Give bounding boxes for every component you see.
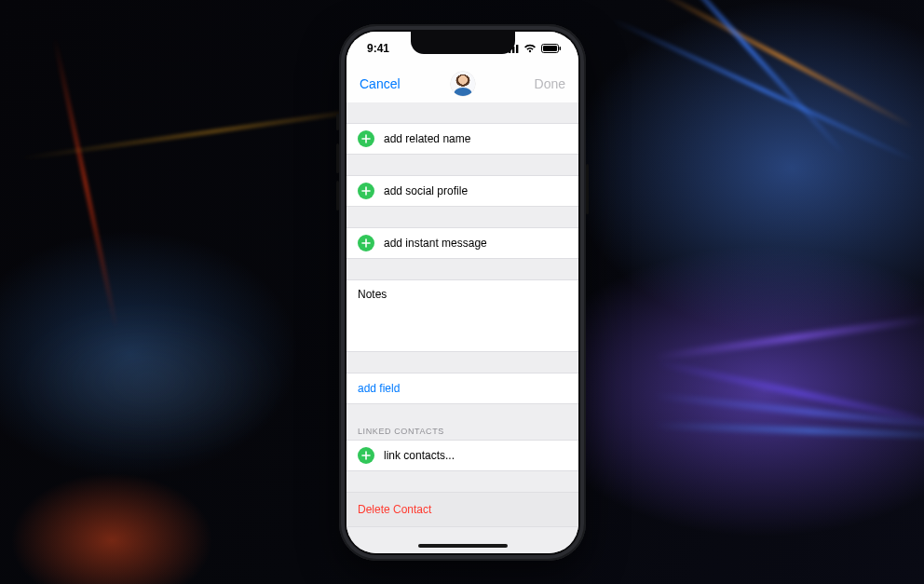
row-label: add field	[358, 382, 400, 395]
row-label: link contacts...	[384, 449, 455, 462]
light-glow	[9, 307, 289, 456]
wifi-icon	[523, 44, 537, 53]
done-button[interactable]: Done	[535, 76, 565, 91]
add-social-profile-row[interactable]: add social profile	[346, 175, 578, 207]
home-indicator[interactable]	[418, 544, 508, 548]
plus-icon	[358, 447, 374, 464]
phone-screen: 9:41 Cancel Done	[346, 32, 578, 553]
contact-avatar[interactable]	[451, 72, 475, 96]
light-streak	[611, 18, 917, 163]
mute-switch	[336, 114, 339, 130]
row-label: Delete Contact	[358, 503, 431, 516]
link-contacts-row[interactable]: link contacts...	[346, 440, 578, 471]
linked-contacts-header: LINKED CONTACTS	[346, 421, 578, 440]
plus-icon	[358, 183, 374, 199]
add-instant-message-row[interactable]: add instant message	[346, 227, 578, 259]
plus-icon	[358, 130, 374, 147]
light-streak	[650, 0, 915, 129]
nav-bar: Cancel Done	[346, 65, 578, 102]
stage-background: 9:41 Cancel Done	[0, 0, 924, 584]
svg-rect-3	[516, 45, 518, 53]
battery-icon	[541, 44, 562, 53]
add-related-name-row[interactable]: add related name	[346, 123, 578, 155]
svg-rect-5	[543, 46, 557, 51]
light-streak	[53, 37, 117, 330]
notes-field[interactable]: Notes	[346, 279, 578, 352]
notch	[411, 32, 515, 54]
light-streak	[653, 316, 924, 360]
content-scroll[interactable]: add related name add social profile	[346, 102, 578, 553]
svg-rect-6	[560, 47, 562, 50]
status-time: 9:41	[367, 42, 389, 55]
volume-down-button	[336, 181, 339, 211]
add-field-row[interactable]: add field	[346, 373, 578, 404]
iphone-frame: 9:41 Cancel Done	[339, 24, 586, 561]
row-label: add social profile	[384, 184, 468, 197]
volume-up-button	[336, 143, 339, 173]
delete-contact-row[interactable]: Delete Contact	[346, 492, 578, 527]
plus-icon	[358, 235, 374, 251]
notes-label: Notes	[358, 288, 387, 301]
light-streak	[652, 423, 924, 439]
power-button	[586, 164, 589, 214]
row-label: add related name	[384, 132, 470, 145]
cancel-button[interactable]: Cancel	[360, 76, 401, 91]
row-label: add instant message	[384, 237, 487, 250]
